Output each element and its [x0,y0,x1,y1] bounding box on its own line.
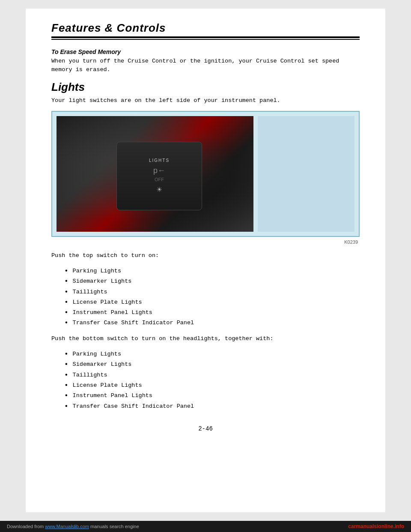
lights-intro: Your light switches are on the left side… [51,96,360,105]
manualslib-link[interactable]: www.Manualslib.com [45,524,89,529]
title-underline-thick [51,36,360,38]
list-item: Instrument Panel Lights [64,308,360,318]
title-underline-thin [51,39,360,40]
page-footer: 2-46 [51,422,360,432]
erase-speed-memory-heading: To Erase Speed Memory [51,48,360,55]
top-switch-section: Push the top switch to turn on: Parking … [51,251,360,329]
list-item: Sidemarker Lights [64,276,360,287]
image-caption: K0239 [51,239,360,245]
top-switch-list: Parking Lights Sidemarker Lights Taillig… [64,266,360,329]
sun-icon: ☀ [156,185,162,194]
bottom-switch-list: Parking Lights Sidemarker Lights Taillig… [64,349,360,412]
list-item: Parking Lights [64,349,360,359]
list-item: Taillights [64,287,360,297]
list-item: Transfer Case Shift Indicator Panel [64,318,360,328]
page-number: 2-46 [51,425,360,432]
top-switch-intro: Push the top switch to turn on: [51,251,360,260]
lights-panel: LIGHTS p← OFF ☀ [116,142,202,210]
lights-image-container: LIGHTS p← OFF ☀ [51,111,360,237]
lights-photo: LIGHTS p← OFF ☀ [57,116,253,232]
image-sidebar-overlay [258,116,354,232]
list-item: Parking Lights [64,266,360,276]
list-item: Taillights [64,370,360,380]
list-item: License Plate Lights [64,297,360,308]
footer-download-text: Downloaded from www.Manualslib.com manua… [7,524,139,529]
lights-panel-pe: p← [153,166,165,175]
list-item: Transfer Case Shift Indicator Panel [64,401,360,412]
lights-panel-off: OFF [155,177,164,182]
list-item: Instrument Panel Lights [64,391,360,401]
list-item: License Plate Lights [64,380,360,391]
bottom-switch-section: Push the bottom switch to turn on the he… [51,335,360,412]
page-header: Features & Controls [51,21,360,40]
footer-bar: Downloaded from www.Manualslib.com manua… [0,521,411,532]
page-title: Features & Controls [51,21,360,35]
footer-logo: carmanualsionline.info [348,523,404,529]
lights-heading: Lights [51,81,360,94]
bottom-switch-intro: Push the bottom switch to turn on the he… [51,335,360,343]
erase-speed-memory-section: To Erase Speed Memory When you turn off … [51,48,360,75]
erase-speed-memory-body: When you turn off the Cruise Control or … [51,57,360,75]
list-item: Sidemarker Lights [64,359,360,370]
lights-panel-label: LIGHTS [149,158,170,163]
